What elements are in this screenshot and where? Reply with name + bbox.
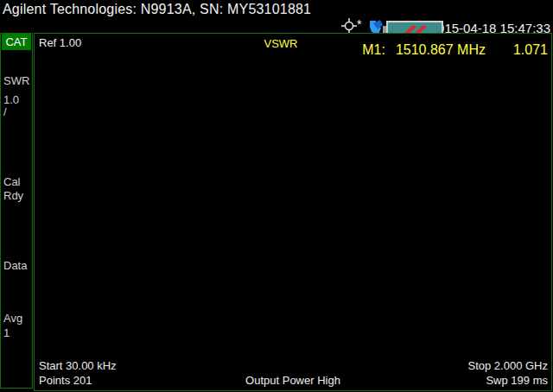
stop-frequency-label: Stop 2.000 GHz <box>468 359 549 372</box>
marker-value: 1.071 <box>513 42 548 58</box>
start-frequency-label: Start 30.00 kHz <box>39 359 117 372</box>
measurement-label: SWR <box>3 74 29 87</box>
trace-format-title: VSWR <box>238 37 324 50</box>
avg-status-line1: Avg <box>3 312 22 325</box>
measurement-area <box>34 33 552 391</box>
marker-frequency: 1510.867 MHz <box>396 42 486 58</box>
scale-per-div-slash: / <box>3 105 7 118</box>
marker-readout: M1: 1510.867 MHz 1.071 <box>362 42 548 58</box>
mode-tab-cat[interactable]: CAT <box>2 34 31 50</box>
avg-status-line2: 1 <box>3 326 10 339</box>
marker-readout-label: M1: <box>362 42 385 58</box>
cal-status-line1: Cal <box>3 175 21 188</box>
cal-status-line2: Rdy <box>3 189 23 202</box>
data-status: Data <box>3 259 27 272</box>
scale-value: 1.0 <box>3 93 19 106</box>
sweep-time-label: Swp 199 ms <box>486 374 548 387</box>
ref-level-label: Ref 1.00 <box>39 36 81 49</box>
gps-icon <box>341 18 357 34</box>
output-power-label: Output Power High <box>34 374 552 387</box>
